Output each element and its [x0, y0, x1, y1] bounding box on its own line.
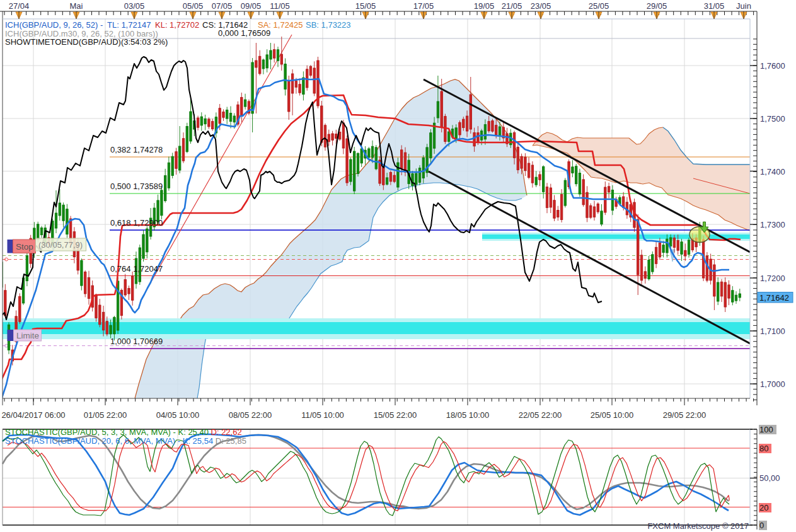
svg-text:11/05 10:00: 11/05 10:00	[301, 410, 344, 420]
svg-text:Juin: Juin	[736, 1, 751, 11]
svg-text:STOCHASTIC(GBP/AUD, 20, 6, 6,: STOCHASTIC(GBP/AUD, 20, 6, 6, MVA, MVA) …	[5, 436, 246, 446]
svg-text:SB: 1,73223: SB: 1,73223	[306, 20, 351, 30]
svg-text:50,00: 50,00	[759, 473, 780, 483]
svg-text:ICH(GBP/AUD, 9, 26, 52) -: ICH(GBP/AUD, 9, 26, 52) -	[5, 20, 103, 30]
svg-text:20: 20	[759, 503, 768, 512]
svg-text:FXCM Marketscope © 2017: FXCM Marketscope © 2017	[647, 521, 749, 531]
svg-text:Limite: Limite	[16, 331, 39, 340]
svg-text:1,7400: 1,7400	[760, 167, 785, 176]
svg-text:29/05 22:00: 29/05 22:00	[663, 410, 707, 420]
svg-text:25/05 10:00: 25/05 10:00	[591, 410, 634, 420]
svg-text:STOCHASTIC(GBP/AUD, 5, 3, 3, M: STOCHASTIC(GBP/AUD, 5, 3, 3, MVA, MVA) -…	[5, 427, 242, 437]
svg-text:18/05 10:00: 18/05 10:00	[446, 410, 490, 420]
svg-text:07/05: 07/05	[212, 1, 233, 11]
svg-text:80: 80	[759, 444, 768, 453]
svg-text:TL: 1,72147: TL: 1,72147	[107, 20, 151, 30]
svg-text:KL: 1,72702: KL: 1,72702	[155, 20, 199, 30]
svg-text:SHOWTIMETOEND(GBP/AUD)(3:54:03: SHOWTIMETOEND(GBP/AUD)(3:54:03 2%)	[5, 37, 168, 47]
svg-text:0,500 1,73589: 0,500 1,73589	[110, 182, 163, 191]
svg-text:31/05: 31/05	[704, 1, 725, 11]
svg-text:0,618 1,72900: 0,618 1,72900	[110, 218, 163, 228]
svg-text:09/05: 09/05	[241, 1, 262, 11]
svg-text:0,764 1,72047: 0,764 1,72047	[110, 264, 163, 274]
svg-text:(30/05,77,9): (30/05,77,9)	[38, 240, 83, 250]
svg-text:Mai: Mai	[70, 1, 83, 11]
svg-text:CS: 1,71642: CS: 1,71642	[202, 20, 248, 30]
svg-text:15/05 22:00: 15/05 22:00	[374, 410, 417, 420]
svg-text:15/05: 15/05	[355, 1, 376, 11]
svg-text:01/05 22:00: 01/05 22:00	[84, 410, 127, 420]
svg-text:26/04/2017 06:00: 26/04/2017 06:00	[1, 410, 65, 420]
svg-text:0: 0	[759, 521, 764, 530]
svg-text:0,382 1,74278: 0,382 1,74278	[110, 145, 163, 154]
svg-text:05/05: 05/05	[183, 1, 204, 11]
svg-text:03/05: 03/05	[124, 1, 145, 11]
svg-text:19/05: 19/05	[474, 1, 495, 11]
svg-text:21/05: 21/05	[502, 1, 522, 11]
svg-text:04/05 10:00: 04/05 10:00	[156, 410, 200, 420]
svg-text:SA: 1,72425: SA: 1,72425	[258, 20, 303, 30]
svg-text:Stop: Stop	[16, 242, 33, 252]
svg-text:29/05: 29/05	[647, 1, 667, 11]
svg-text:17/05: 17/05	[413, 1, 434, 11]
svg-text:1,7600: 1,7600	[760, 61, 785, 71]
svg-text:23/05: 23/05	[531, 1, 551, 11]
svg-text:08/05 22:00: 08/05 22:00	[229, 410, 272, 420]
svg-text:1,7200: 1,7200	[760, 274, 785, 283]
svg-text:25/05: 25/05	[589, 1, 609, 11]
svg-text:22/05 22:00: 22/05 22:00	[519, 410, 562, 420]
svg-text:27/04: 27/04	[9, 1, 30, 11]
svg-text:100: 100	[759, 425, 773, 434]
svg-text:1,7300: 1,7300	[760, 220, 785, 229]
svg-text:1,7500: 1,7500	[760, 114, 785, 124]
svg-text:0,000 1,76509: 0,000 1,76509	[218, 28, 270, 38]
svg-text:1,000 1,70669: 1,000 1,70669	[110, 337, 163, 346]
svg-text:1,7100: 1,7100	[760, 327, 785, 336]
svg-text:11/05: 11/05	[270, 1, 290, 11]
svg-text:1,7000: 1,7000	[760, 379, 785, 389]
svg-text:1,71642: 1,71642	[759, 293, 789, 303]
